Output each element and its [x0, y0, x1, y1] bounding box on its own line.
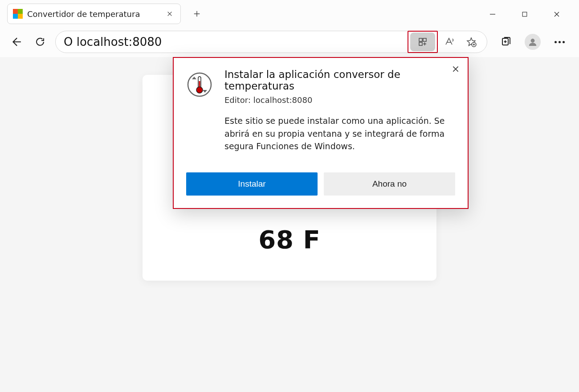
toolbar-extras	[493, 33, 568, 51]
browser-tab[interactable]: Convertidor de temperatura	[7, 4, 181, 24]
install-button-highlight	[408, 31, 438, 53]
window-controls	[485, 4, 575, 20]
favicon-microsoft-icon	[13, 9, 23, 19]
tab-strip: Convertidor de temperatura	[7, 4, 206, 24]
install-app-button[interactable]	[410, 33, 435, 51]
window-maximize-button[interactable]	[517, 8, 533, 20]
url-text: O localhost:8080	[64, 35, 401, 49]
svg-point-10	[196, 87, 203, 93]
svg-rect-2	[423, 38, 426, 41]
window-minimize-button[interactable]	[485, 8, 501, 20]
back-button[interactable]	[7, 33, 25, 51]
install-button[interactable]: Instalar	[186, 172, 318, 196]
dialog-close-button[interactable]	[449, 62, 462, 76]
settings-menu-button[interactable]	[550, 33, 568, 51]
thermometer-app-icon	[186, 71, 213, 98]
tab-title: Convertidor de temperatura	[27, 9, 160, 19]
dialog-title: Instalar la aplicación conversor de temp…	[224, 69, 455, 92]
page-viewport: con Fahrenheit ⌄ 68 F Instala	[0, 57, 579, 392]
profile-button[interactable]	[525, 34, 541, 50]
install-app-dialog: Instalar la aplicación conversor de temp…	[173, 57, 469, 209]
svg-rect-3	[419, 42, 422, 45]
refresh-button[interactable]	[31, 33, 49, 51]
window-close-button[interactable]	[549, 8, 565, 20]
dialog-description: Este sitio se puede instalar como una ap…	[224, 114, 455, 153]
svg-rect-1	[419, 38, 422, 41]
svg-rect-0	[522, 12, 527, 16]
url-bar-actions	[408, 31, 484, 53]
new-tab-button[interactable]	[188, 5, 206, 23]
tab-close-button[interactable]	[164, 8, 175, 19]
result-value: 68 F	[164, 225, 415, 254]
favorite-button[interactable]	[460, 33, 482, 51]
window-chrome: Convertidor de temperatura	[0, 0, 579, 27]
svg-point-6	[531, 39, 534, 42]
collections-button[interactable]	[497, 33, 515, 51]
browser-toolbar: O localhost:8080	[0, 27, 579, 57]
ellipsis-icon	[555, 41, 565, 43]
dialog-publisher: Editor: localhost:8080	[224, 95, 455, 105]
read-aloud-button[interactable]	[438, 33, 460, 51]
address-bar[interactable]: O localhost:8080	[55, 31, 487, 53]
not-now-button[interactable]: Ahora no	[324, 172, 455, 196]
